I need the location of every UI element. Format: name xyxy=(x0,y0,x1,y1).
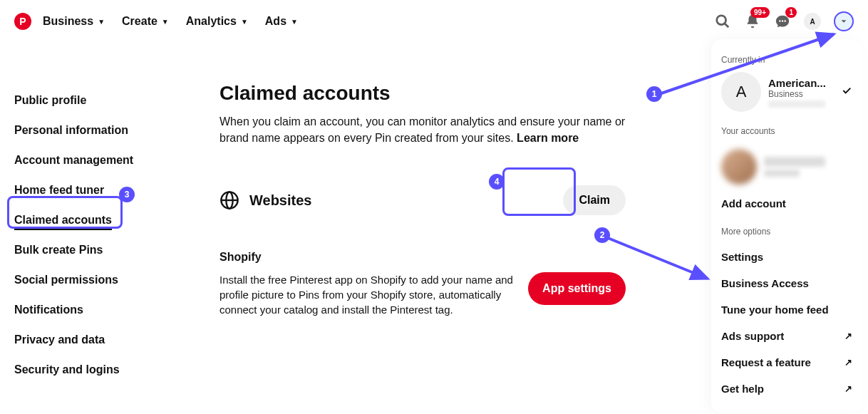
panel-get-help[interactable]: Get help↗ xyxy=(721,376,852,402)
currently-in-label: Currently in xyxy=(721,55,852,65)
panel-business-access[interactable]: Business Access xyxy=(721,270,852,296)
search-icon[interactable] xyxy=(714,13,731,30)
svg-point-2 xyxy=(779,20,780,21)
external-link-icon: ↗ xyxy=(844,331,852,341)
account-menu-button[interactable] xyxy=(834,11,854,31)
callout-box-4 xyxy=(502,167,576,216)
account-name: American... xyxy=(768,77,826,89)
nav-business[interactable]: Business▼ xyxy=(43,15,105,28)
sidebar-item-privacy[interactable]: Privacy and data xyxy=(14,325,164,355)
panel-ads-support[interactable]: Ads support↗ xyxy=(721,323,852,349)
msg-badge: 1 xyxy=(785,7,797,18)
callout-1: 1 xyxy=(646,86,662,102)
current-account[interactable]: A American... Business xyxy=(721,72,852,112)
other-account[interactable] xyxy=(721,143,852,190)
panel-settings[interactable]: Settings xyxy=(721,244,852,270)
svg-point-0 xyxy=(717,16,726,25)
account-email-blurred xyxy=(768,100,825,108)
external-link-icon: ↗ xyxy=(844,357,852,368)
shopify-title: Shopify xyxy=(219,251,626,264)
callout-box-3 xyxy=(7,196,123,229)
sidebar-item-bulk-pins[interactable]: Bulk create Pins xyxy=(14,235,164,265)
svg-line-1 xyxy=(725,24,729,28)
account-sub-blurred xyxy=(764,170,800,177)
nav-ads[interactable]: Ads▼ xyxy=(265,15,298,28)
notif-badge: 99+ xyxy=(750,7,770,18)
your-accounts-label: Your accounts xyxy=(721,126,852,136)
sidebar-item-notifications[interactable]: Notifications xyxy=(14,295,164,325)
top-nav: Business▼ Create▼ Analytics▼ Ads▼ xyxy=(43,15,298,28)
header: P Business▼ Create▼ Analytics▼ Ads▼ 99+ … xyxy=(0,0,868,43)
callout-3: 3 xyxy=(119,187,135,202)
chevron-down-icon: ▼ xyxy=(98,18,105,26)
avatar[interactable]: A xyxy=(804,13,821,30)
sidebar-item-account-mgmt[interactable]: Account management xyxy=(14,145,164,175)
sidebar-item-personal-info[interactable]: Personal information xyxy=(14,115,164,145)
chevron-down-icon: ▼ xyxy=(241,18,248,26)
nav-analytics[interactable]: Analytics▼ xyxy=(186,15,248,28)
sidebar-item-public-profile[interactable]: Public profile xyxy=(14,86,164,115)
sidebar-item-security[interactable]: Security and logins xyxy=(14,355,164,385)
callout-2: 2 xyxy=(594,227,610,243)
more-options-label: More options xyxy=(721,227,852,237)
account-name-blurred xyxy=(764,157,825,167)
account-type: Business xyxy=(768,89,826,99)
chevron-down-icon: ▼ xyxy=(291,18,298,26)
add-account-link[interactable]: Add account xyxy=(721,190,852,217)
messages-icon[interactable]: 1 xyxy=(774,13,791,30)
page-title: Claimed accounts xyxy=(219,82,626,105)
shopify-section: Shopify Install the free Pinterest app o… xyxy=(219,251,626,317)
learn-more-link[interactable]: Learn more xyxy=(517,132,579,144)
avatar-blurred xyxy=(721,149,757,185)
check-icon xyxy=(841,85,852,99)
callout-4: 4 xyxy=(489,174,505,190)
pinterest-logo-icon[interactable]: P xyxy=(14,13,31,30)
chevron-down-icon: ▼ xyxy=(162,18,169,26)
bell-icon[interactable]: 99+ xyxy=(744,13,761,30)
settings-sidebar: Public profile Personal information Acco… xyxy=(14,86,164,385)
svg-point-3 xyxy=(782,20,783,21)
external-link-icon: ↗ xyxy=(844,383,852,394)
panel-request-feature[interactable]: Request a feature↗ xyxy=(721,349,852,376)
nav-create[interactable]: Create▼ xyxy=(122,15,169,28)
app-settings-button[interactable]: App settings xyxy=(528,272,626,305)
avatar-large: A xyxy=(721,72,761,112)
panel-tune-feed[interactable]: Tune your home feed xyxy=(721,296,852,323)
header-icons: 99+ 1 A xyxy=(714,11,854,31)
page-desc: When you claim an account, you can monit… xyxy=(219,113,626,146)
sidebar-item-social-perms[interactable]: Social permissions xyxy=(14,265,164,295)
globe-icon xyxy=(219,190,239,210)
shopify-desc: Install the free Pinterest app on Shopif… xyxy=(219,272,514,317)
svg-point-4 xyxy=(784,20,785,21)
account-dropdown-panel: Currently in A American... Business Your… xyxy=(711,39,862,413)
